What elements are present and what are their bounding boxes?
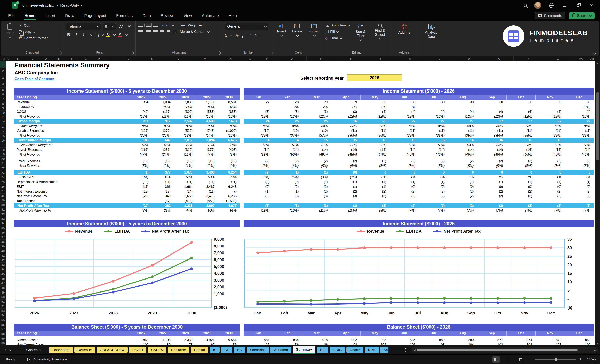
cell-value[interactable]: 53% xyxy=(506,143,535,147)
cell-value[interactable]: (12%) xyxy=(273,114,302,119)
zoom-slider-thumb[interactable] xyxy=(555,358,557,361)
cell-value[interactable]: (87) xyxy=(152,199,174,203)
cell-value[interactable]: (19) xyxy=(152,159,174,164)
close-button[interactable]: × xyxy=(588,3,595,8)
column-header-N[interactable]: N xyxy=(218,56,243,61)
cell-value[interactable]: (2) xyxy=(390,203,419,208)
cell-value[interactable]: (3) xyxy=(273,109,302,114)
cell-value[interactable]: 56 xyxy=(273,342,302,346)
cell-value[interactable]: (11) xyxy=(565,128,594,133)
menu-tab-home[interactable]: Home xyxy=(24,12,36,20)
row-header-49[interactable]: 49 xyxy=(0,290,6,295)
cell-value[interactable]: (11) xyxy=(390,128,419,133)
borders-button[interactable] xyxy=(95,33,99,37)
cell-value[interactable]: 0 xyxy=(565,170,594,175)
cell-value[interactable]: 98 xyxy=(331,342,360,346)
sheet-tab-charts[interactable]: Charts xyxy=(346,347,363,353)
cell-value[interactable]: - xyxy=(506,199,535,203)
cell-value[interactable]: (2) xyxy=(360,189,390,194)
cell-value[interactable]: (1) xyxy=(302,180,331,184)
cell-value[interactable]: 90% xyxy=(218,124,240,128)
column-header-F[interactable]: F xyxy=(65,56,79,61)
row-header-53[interactable]: 53 xyxy=(0,309,6,313)
increase-indent-button[interactable] xyxy=(167,30,170,34)
cell-value[interactable]: 71% xyxy=(174,143,196,147)
cell-value[interactable]: 9,584 xyxy=(218,337,240,342)
cell-value[interactable]: 53% xyxy=(390,143,419,147)
cell-value[interactable]: (12%) xyxy=(535,114,565,119)
cell-value[interactable]: 100 xyxy=(130,342,152,346)
cell-value[interactable]: 902 xyxy=(331,337,360,342)
row-header-26[interactable]: 26 xyxy=(0,184,6,189)
cell-value[interactable]: - xyxy=(130,105,152,109)
cell-value[interactable]: 7,678 xyxy=(218,119,240,124)
cell-value[interactable]: 30 xyxy=(477,100,506,105)
cell-value[interactable]: (10%) xyxy=(273,208,302,213)
row-header-41[interactable]: 41 xyxy=(0,254,6,258)
zoom-out-button[interactable]: − xyxy=(530,357,532,362)
cell-value[interactable]: 53% xyxy=(565,143,594,147)
row-header-54[interactable]: 54 xyxy=(0,313,6,318)
cell-value[interactable]: 647 xyxy=(152,138,174,143)
table-row[interactable]: % of Revenue(36%)(26%)(18%)(14%)(12%) xyxy=(14,133,240,138)
cell-value[interactable]: 0 xyxy=(419,170,448,175)
cell-value[interactable]: (12%) xyxy=(448,114,477,119)
cell-value[interactable]: (2) xyxy=(477,203,506,208)
clear-button[interactable]: ◇ Clear xyxy=(325,36,349,40)
cell-value[interactable]: - xyxy=(419,199,448,203)
cell-value[interactable]: (2) xyxy=(565,159,594,164)
cell-value[interactable]: (167) xyxy=(130,147,152,152)
currency-format-button[interactable]: $ xyxy=(225,33,227,38)
cell-value[interactable]: (49%) xyxy=(302,152,331,157)
cell-value[interactable]: (2) xyxy=(331,159,360,164)
table-row[interactable]: EBIT(11)3661,6643,4876,243 xyxy=(14,184,240,189)
cell-value[interactable]: (46%) xyxy=(565,152,594,157)
cell-value[interactable]: 893 xyxy=(360,337,390,342)
cell-value[interactable]: (29) xyxy=(130,194,152,199)
orientation-button[interactable]: ab↗ xyxy=(160,23,169,28)
row-header-28[interactable]: 28 xyxy=(0,194,6,198)
menu-tab-file[interactable]: File xyxy=(8,12,16,20)
cell-value[interactable]: (0) xyxy=(244,180,273,184)
cell-value[interactable]: (11) xyxy=(174,180,196,184)
cell-value[interactable]: (3) xyxy=(331,109,360,114)
sheet-tab-summary[interactable]: Summary xyxy=(293,346,315,354)
row-header-58[interactable]: 58 xyxy=(0,332,6,336)
cell-value[interactable]: (1) xyxy=(244,189,273,194)
cell-value[interactable]: 16 xyxy=(565,138,594,143)
cell-value[interactable]: 52% xyxy=(360,143,390,147)
cell-value[interactable]: (36%) xyxy=(331,133,360,138)
cell-value[interactable]: (1) xyxy=(535,180,565,184)
cell-value[interactable]: (10) xyxy=(130,180,152,184)
analyze-data-button[interactable]: Analyze Data xyxy=(420,23,442,39)
column-header-AA[interactable]: AA xyxy=(573,56,589,61)
cell-value[interactable]: 30 xyxy=(506,100,535,105)
cell-value[interactable]: 6,254 xyxy=(218,170,240,175)
row-header-57[interactable]: 57 xyxy=(0,327,6,332)
cell-value[interactable]: 354 xyxy=(130,100,152,105)
minimize-button[interactable] xyxy=(561,3,567,8)
row-header-55[interactable]: 55 xyxy=(0,318,6,322)
cell-value[interactable]: (1) xyxy=(302,170,331,175)
cell-value[interactable]: 15 xyxy=(302,138,331,143)
cell-value[interactable]: 25% xyxy=(152,208,174,213)
cell-value[interactable]: (2) xyxy=(477,189,506,194)
cell-value[interactable]: (35%) xyxy=(506,133,535,138)
row-header-39[interactable]: 39 xyxy=(0,244,6,249)
cell-value[interactable]: (5%) xyxy=(477,164,506,168)
row-header-6[interactable]: 6 xyxy=(0,92,6,97)
cell-value[interactable]: (50%) xyxy=(273,152,302,157)
cell-value[interactable]: 1% xyxy=(419,175,448,180)
cell-value[interactable]: (5%) xyxy=(390,164,419,168)
chevron-down-icon[interactable] xyxy=(172,24,175,27)
account-globe-icon[interactable] xyxy=(549,3,554,8)
row-header-27[interactable]: 27 xyxy=(0,189,6,194)
row-header-33[interactable]: 33 xyxy=(0,217,6,221)
cell-value[interactable]: (3) xyxy=(360,203,390,208)
cell-value[interactable]: (11) xyxy=(331,128,360,133)
cell-value[interactable]: 29 xyxy=(331,100,360,105)
cell-value[interactable]: (7%) xyxy=(506,208,535,213)
cell-value[interactable]: (2) xyxy=(565,189,594,194)
font-color-button[interactable]: A xyxy=(118,32,122,37)
income-statement-yearly-chart[interactable]: Income Statement ($'000) - 5 years to De… xyxy=(14,220,240,319)
